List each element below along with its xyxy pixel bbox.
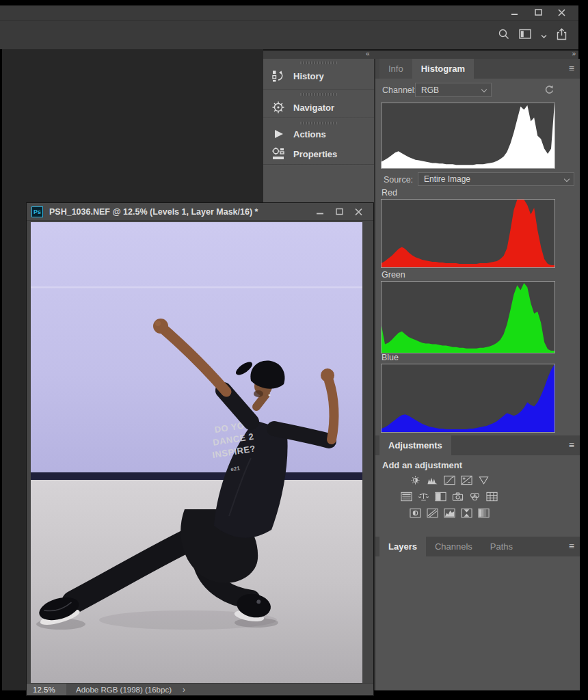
adjustment-icon-grid <box>377 475 522 524</box>
gradient-map-icon[interactable] <box>477 508 490 518</box>
selective-color-icon[interactable] <box>460 508 472 518</box>
curves-icon[interactable] <box>443 475 455 485</box>
blue-histogram-chart <box>381 364 555 433</box>
tab-info[interactable]: Info <box>379 59 412 79</box>
color-profile-label: Adobe RGB (1998) (16bpc) <box>76 686 172 694</box>
sidebar-item-properties[interactable]: Properties <box>263 144 374 164</box>
channel-select-value: RGB <box>421 85 439 95</box>
earring <box>269 394 271 396</box>
dock-group-actions-properties: Actions Properties <box>263 119 374 164</box>
adjustment-row <box>377 475 522 485</box>
tab-channels[interactable]: Channels <box>426 537 481 556</box>
histogram-panel-body: Channel: RGB Source: Entire Image Red Gr… <box>375 79 580 435</box>
app-close-button[interactable] <box>552 7 570 18</box>
panel-dock: Info Histogram ≡ Channel: RGB Source: En… <box>374 59 580 690</box>
refresh-histogram-icon[interactable] <box>544 84 554 95</box>
channel-mixer-icon[interactable] <box>469 492 481 502</box>
photoshop-screen: « » History Navigator Actions <box>0 0 588 700</box>
layers-panel-body[interactable] <box>375 556 580 690</box>
chevron-down-icon <box>564 176 570 182</box>
brightness-contrast-icon[interactable] <box>409 475 421 485</box>
photoshop-file-icon: Ps <box>31 206 43 217</box>
blue-channel-label: Blue <box>382 353 399 362</box>
chevron-down-icon <box>481 87 487 92</box>
source-label: Source: <box>384 175 413 185</box>
dancer-right-arm <box>329 381 334 440</box>
dock-item-label: History <box>293 71 324 81</box>
dock-group-history: History <box>263 59 374 89</box>
hue-saturation-icon[interactable] <box>401 492 413 502</box>
expand-dock-icon[interactable]: » <box>572 50 575 57</box>
zoom-level-value: 12.5% <box>33 686 55 694</box>
tab-layers[interactable]: Layers <box>379 537 426 556</box>
layers-panel-tabs: Layers Channels Paths ≡ <box>375 537 580 556</box>
doc-maximize-button[interactable] <box>336 206 343 218</box>
app-minimize-button[interactable] <box>506 7 524 18</box>
dock-item-label: Actions <box>293 129 326 139</box>
red-channel-label: Red <box>382 188 397 198</box>
adjustments-panel-body: Add an adjustment <box>375 455 580 537</box>
app-maximize-button[interactable] <box>529 7 547 18</box>
histogram-panel: Info Histogram ≡ Channel: RGB Source: En… <box>375 59 580 435</box>
tab-paths[interactable]: Paths <box>481 537 522 556</box>
maximize-icon <box>535 7 542 19</box>
status-options-chevron[interactable]: › <box>183 685 185 695</box>
panel-menu-icon[interactable]: ≡ <box>569 541 574 552</box>
collapse-dock-icon[interactable]: « <box>366 50 369 57</box>
app-titlebar[interactable] <box>0 5 578 21</box>
color-lookup-icon[interactable] <box>486 492 498 502</box>
document-window-controls <box>317 206 362 218</box>
adjustment-row <box>377 508 522 518</box>
search-icon[interactable] <box>498 28 510 43</box>
posterize-icon[interactable] <box>426 508 438 518</box>
rgb-histogram-chart <box>381 103 555 169</box>
options-bar <box>0 21 578 49</box>
dancer-right-fist <box>321 368 334 382</box>
history-icon <box>271 69 286 83</box>
document-title: PSH_1036.NEF @ 12.5% (Levels 1, Layer Ma… <box>49 207 258 217</box>
red-histogram-chart <box>381 199 555 268</box>
adjustments-panel-tabs: Adjustments ≡ <box>375 435 580 455</box>
tab-histogram[interactable]: Histogram <box>412 59 474 79</box>
document-titlebar[interactable]: Ps PSH_1036.NEF @ 12.5% (Levels 1, Layer… <box>27 203 373 221</box>
channel-select[interactable]: RGB <box>415 83 492 97</box>
dock-collapse-strip: « » <box>263 49 578 59</box>
panel-menu-icon[interactable]: ≡ <box>569 63 574 74</box>
threshold-icon[interactable] <box>443 508 455 518</box>
black-white-icon[interactable] <box>435 492 447 502</box>
document-window: Ps PSH_1036.NEF @ 12.5% (Levels 1, Layer… <box>26 202 374 696</box>
color-balance-icon[interactable] <box>418 492 430 502</box>
share-icon[interactable] <box>556 28 567 43</box>
dancer-photo: DO YOU DANCE 2 INSPIRE? e21 <box>31 222 362 684</box>
exposure-icon[interactable] <box>460 475 472 485</box>
properties-icon <box>271 147 286 161</box>
levels-icon[interactable] <box>426 475 438 485</box>
zoom-level-field[interactable]: 12.5% <box>27 684 66 695</box>
panel-menu-icon[interactable]: ≡ <box>569 440 574 450</box>
document-status-bar: 12.5% Adobe RGB (1998) (16bpc) › <box>27 683 373 695</box>
wall-floor-junction <box>31 472 362 481</box>
wall-tape-line <box>31 286 362 288</box>
photo-filter-icon[interactable] <box>452 492 464 502</box>
photo-canvas[interactable]: DO YOU DANCE 2 INSPIRE? e21 <box>31 222 362 684</box>
dancer-left-fist <box>153 319 168 334</box>
tab-adjustments[interactable]: Adjustments <box>379 435 451 455</box>
workspace-switcher-icon[interactable] <box>519 29 532 42</box>
chevron-down-icon[interactable] <box>541 29 547 42</box>
invert-icon[interactable] <box>409 508 421 518</box>
source-select-value: Entire Image <box>424 174 470 184</box>
adjustments-panel: Adjustments ≡ Add an adjustment <box>375 435 580 537</box>
vibrance-icon[interactable] <box>477 475 490 485</box>
sidebar-item-actions[interactable]: Actions <box>263 124 374 144</box>
source-select[interactable]: Entire Image <box>418 172 574 186</box>
navigator-icon <box>271 100 286 114</box>
doc-minimize-button[interactable] <box>317 206 324 218</box>
doc-close-button[interactable] <box>355 206 362 218</box>
sidebar-item-history[interactable]: History <box>263 64 374 89</box>
dock-group-navigator: Navigator <box>263 90 374 118</box>
layers-panel: Layers Channels Paths ≡ <box>375 537 580 690</box>
sidebar-item-navigator[interactable]: Navigator <box>263 96 374 120</box>
close-icon <box>558 7 565 19</box>
dock-item-label: Properties <box>293 149 337 159</box>
app-window-controls <box>506 7 570 18</box>
